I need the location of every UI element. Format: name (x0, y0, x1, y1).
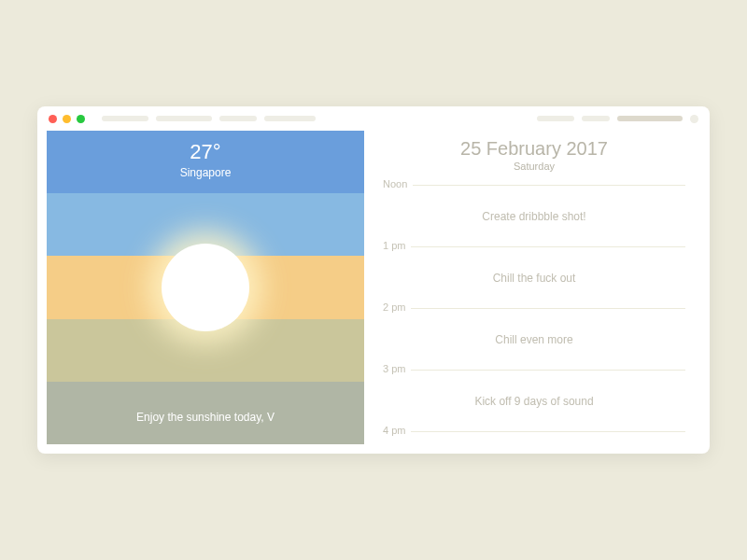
sun-icon (162, 244, 249, 331)
timeline: Noon Create dribbble shot! 1 pm Chill th… (383, 185, 685, 432)
time-label: 2 pm (383, 301, 411, 313)
date-label: 25 February 2017 (383, 138, 685, 160)
minimize-button[interactable] (63, 115, 71, 123)
time-slot[interactable]: 3 pm Kick off 9 days of sound (383, 370, 685, 431)
event-item[interactable]: Kick off 9 days of sound (474, 395, 593, 408)
weather-message: Enjoy the sunshine today, V (47, 411, 364, 424)
content-area: 27° Singapore Enjoy the sunshine today, … (37, 131, 710, 454)
event-item[interactable]: Chill even more (495, 333, 572, 346)
location-label: Singapore (47, 166, 364, 179)
temperature-value: 27° (47, 140, 364, 164)
app-window: 27° Singapore Enjoy the sunshine today, … (37, 106, 710, 454)
event-item[interactable]: Chill the fuck out (493, 272, 576, 285)
titlebar-right (537, 115, 698, 123)
close-button[interactable] (49, 115, 57, 123)
time-label: 1 pm (383, 240, 411, 251)
time-slot[interactable]: 1 pm Chill the fuck out (383, 246, 685, 308)
weather-panel: 27° Singapore Enjoy the sunshine today, … (47, 131, 364, 444)
time-slot[interactable]: 2 pm Chill even more (383, 308, 685, 370)
time-slot-end: 4 pm (383, 431, 685, 432)
day-label: Saturday (383, 161, 685, 172)
maximize-button[interactable] (77, 115, 85, 123)
weather-header: 27° Singapore (47, 140, 364, 179)
titlebar (37, 106, 710, 131)
schedule-panel: 25 February 2017 Saturday Noon Create dr… (379, 131, 700, 444)
event-item[interactable]: Create dribbble shot! (482, 210, 585, 223)
titlebar-placeholders (102, 116, 531, 121)
time-label: 4 pm (383, 425, 411, 436)
schedule-header: 25 February 2017 Saturday (383, 138, 685, 172)
time-label: Noon (383, 178, 413, 189)
time-label: 3 pm (383, 363, 411, 374)
time-slot[interactable]: Noon Create dribbble shot! (383, 185, 685, 246)
